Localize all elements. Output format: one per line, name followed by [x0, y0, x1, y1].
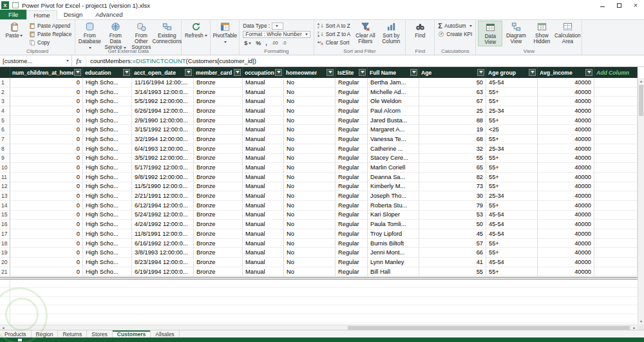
- row-number[interactable]: 4: [0, 106, 10, 116]
- cell[interactable]: Manual: [243, 97, 284, 106]
- cell[interactable]: High Scho...: [83, 78, 132, 88]
- cell[interactable]: 0: [10, 211, 83, 220]
- cell[interactable]: 0: [10, 258, 83, 267]
- cell[interactable]: Manual: [243, 88, 284, 97]
- cell[interactable]: 4/24/1992 12:00:0...: [132, 220, 194, 229]
- cell[interactable]: High Scho...: [83, 201, 132, 211]
- column-header-age-group[interactable]: Age group: [486, 67, 538, 78]
- cell[interactable]: 5/5/1992 12:00:00...: [132, 97, 194, 106]
- cell[interactable]: 55+: [486, 201, 538, 211]
- cell[interactable]: 41: [419, 258, 486, 267]
- cell[interactable]: No: [284, 248, 336, 258]
- cell[interactable]: [594, 211, 638, 220]
- row-number[interactable]: 1: [0, 78, 10, 88]
- row-number[interactable]: 6: [0, 125, 10, 135]
- cell[interactable]: Regular: [336, 229, 368, 239]
- tab-design[interactable]: Design: [57, 10, 90, 19]
- cell[interactable]: No: [284, 182, 336, 192]
- cell[interactable]: Bronze: [194, 220, 243, 229]
- cell[interactable]: 0: [10, 78, 83, 88]
- cell[interactable]: 55+: [486, 154, 538, 164]
- column-header-education[interactable]: education: [83, 67, 132, 78]
- cell[interactable]: 11/5/1990 12:00:0...: [132, 182, 194, 192]
- cell[interactable]: Bronze: [194, 173, 243, 182]
- cell[interactable]: 0: [10, 144, 83, 154]
- cell[interactable]: Burnis Biltoft: [368, 239, 419, 249]
- row-number[interactable]: 2: [0, 88, 10, 97]
- copy-button[interactable]: Copy: [28, 39, 73, 46]
- row-number[interactable]: 19: [0, 248, 10, 258]
- cell[interactable]: Joseph Tho...: [368, 191, 419, 201]
- cell[interactable]: High Scho...: [83, 88, 132, 97]
- formula-input[interactable]: countMembers:=DISTINCTCOUNT(Customers[cu…: [86, 57, 256, 64]
- column-header-acct-open-date[interactable]: acct_open_date: [132, 67, 194, 78]
- cell[interactable]: <25: [486, 125, 538, 135]
- cell[interactable]: 11/16/1994 12:00:...: [132, 78, 194, 88]
- cell[interactable]: No: [284, 144, 336, 154]
- diagram-view-button[interactable]: Diagram View: [504, 21, 528, 46]
- filter-dropdown-icon[interactable]: [185, 69, 192, 76]
- cell[interactable]: 79: [419, 201, 486, 211]
- cell[interactable]: Ole Weldon: [368, 97, 419, 106]
- cell[interactable]: 73: [419, 182, 486, 192]
- cell[interactable]: 57: [419, 239, 486, 249]
- cell[interactable]: High Scho...: [83, 125, 132, 135]
- cell[interactable]: 40000: [538, 220, 594, 229]
- cell[interactable]: 55+: [486, 97, 538, 106]
- cell[interactable]: High Scho...: [83, 116, 132, 126]
- cell[interactable]: No: [284, 267, 336, 277]
- cell[interactable]: 40000: [538, 201, 594, 211]
- cell[interactable]: 40000: [538, 125, 594, 135]
- add-column-header[interactable]: Add Column: [594, 67, 638, 78]
- cell[interactable]: Catherine ...: [368, 144, 419, 154]
- cell[interactable]: 55+: [486, 267, 538, 277]
- cell[interactable]: Regular: [336, 88, 368, 97]
- cell[interactable]: 6/26/1994 12:00:0...: [132, 106, 194, 116]
- cell[interactable]: 55+: [486, 88, 538, 97]
- cell[interactable]: Manual: [243, 78, 284, 88]
- cell[interactable]: Manual: [243, 229, 284, 239]
- cell[interactable]: [594, 125, 638, 135]
- column-header-iselite[interactable]: IsElite: [336, 67, 368, 78]
- paste-replace-button[interactable]: Paste Replace: [28, 30, 73, 38]
- horizontal-scroll-thumb[interactable]: [348, 326, 630, 330]
- cell[interactable]: Bill Hall: [368, 267, 419, 277]
- cell[interactable]: 40000: [538, 248, 594, 258]
- increase-decimal-icon[interactable]: .00: [270, 41, 279, 45]
- cell[interactable]: 0: [10, 116, 83, 126]
- row-number[interactable]: 3: [0, 97, 10, 106]
- cell[interactable]: Bronze: [194, 78, 243, 88]
- row-number[interactable]: 8: [0, 144, 10, 154]
- filter-dropdown-icon[interactable]: [477, 69, 484, 76]
- cell[interactable]: 0: [10, 220, 83, 229]
- cell[interactable]: 0: [10, 201, 83, 211]
- row-number[interactable]: 10: [0, 163, 10, 173]
- filter-dropdown-icon[interactable]: [585, 69, 592, 76]
- cell[interactable]: 3/14/1993 12:00:0...: [132, 88, 194, 97]
- cell[interactable]: Manual: [243, 173, 284, 182]
- cell[interactable]: [594, 173, 638, 182]
- cell[interactable]: 0: [10, 229, 83, 239]
- row-number[interactable]: 7: [0, 135, 10, 144]
- cell[interactable]: 0: [10, 173, 83, 182]
- cell[interactable]: [594, 191, 638, 201]
- calculation-area[interactable]: [0, 280, 638, 325]
- paste-button[interactable]: Paste: [2, 21, 26, 46]
- cell[interactable]: [594, 116, 638, 126]
- cell[interactable]: 3/2/1994 12:00:00...: [132, 135, 194, 144]
- horizontal-scrollbar[interactable]: ◄ ►: [0, 325, 638, 330]
- vertical-scroll-thumb[interactable]: [639, 85, 643, 116]
- cell[interactable]: Regular: [336, 258, 368, 267]
- cell[interactable]: 55+: [486, 116, 538, 126]
- cell[interactable]: Regular: [336, 191, 368, 201]
- row-number[interactable]: 18: [0, 239, 10, 249]
- cell[interactable]: 67: [419, 97, 486, 106]
- cell[interactable]: 30: [419, 191, 486, 201]
- cell[interactable]: Regular: [336, 125, 368, 135]
- cell[interactable]: 82: [419, 173, 486, 182]
- clear-sort-button[interactable]: AZ Clear Sort: [316, 39, 352, 46]
- cell[interactable]: 0: [10, 191, 83, 201]
- cell[interactable]: 0: [10, 239, 83, 249]
- cell[interactable]: 40000: [538, 163, 594, 173]
- cell[interactable]: 8/23/1994 12:00:0...: [132, 258, 194, 267]
